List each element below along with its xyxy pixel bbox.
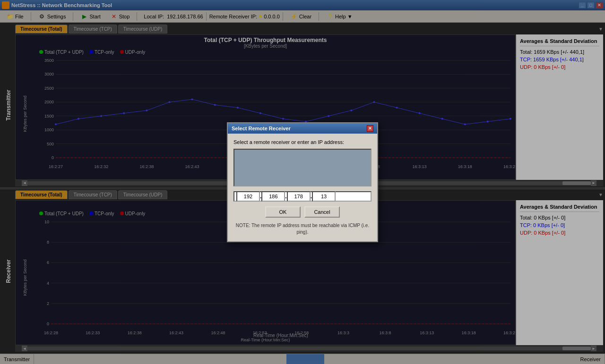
modal-close-button[interactable]: ✕ <box>367 125 373 132</box>
modal-title-bar: Select Remote Receiver ✕ <box>228 123 377 134</box>
modal-body: Select a remote receiver or enter an IP … <box>228 134 377 241</box>
modal-buttons: OK Cancel <box>233 206 372 218</box>
ip-input-row: . . . <box>233 191 372 202</box>
modal-title: Select Remote Receiver <box>232 126 291 131</box>
ip-octet-3[interactable] <box>287 191 311 202</box>
ip-octet-4[interactable] <box>312 191 336 202</box>
ip-octet-1[interactable] <box>236 191 260 202</box>
modal-listbox[interactable] <box>233 149 372 186</box>
modal-overlay: Select Remote Receiver ✕ Select a remote… <box>0 0 605 364</box>
modal-label: Select a remote receiver or enter an IP … <box>233 139 372 145</box>
select-remote-receiver-dialog: Select Remote Receiver ✕ Select a remote… <box>227 122 378 242</box>
cancel-button[interactable]: Cancel <box>304 206 340 218</box>
ip-full-input[interactable]: . . . <box>233 191 372 202</box>
ip-octet-2[interactable] <box>261 191 285 202</box>
ok-button[interactable]: OK <box>265 206 301 218</box>
modal-note: NOTE: The remote IP address must be reac… <box>233 222 372 236</box>
